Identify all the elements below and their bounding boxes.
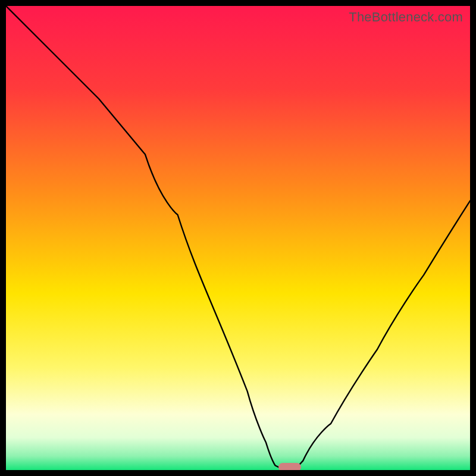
chart-frame: TheBottleneck.com <box>0 0 476 476</box>
watermark-text: TheBottleneck.com <box>349 10 463 25</box>
optimal-marker <box>278 463 301 470</box>
bottleneck-chart <box>6 6 470 470</box>
plot-area: TheBottleneck.com <box>6 6 470 470</box>
